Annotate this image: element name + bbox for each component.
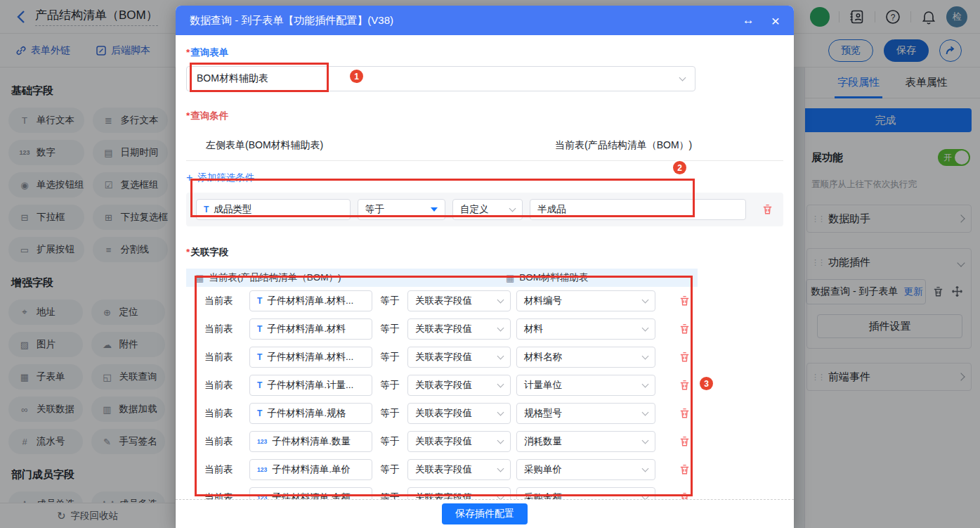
query-form-label: *查询表单 (186, 46, 783, 59)
caret-down-icon (642, 381, 649, 388)
mapping-right-header: BOM材料辅助表 (519, 271, 588, 284)
annotation-badge-3: 3 (700, 377, 713, 390)
add-filter-link[interactable]: + 添加筛选条件 (186, 172, 783, 184)
row-operator: 等于 (379, 351, 400, 363)
close-icon[interactable]: × (771, 13, 780, 28)
condition-headers: 左侧表单(BOM材料辅助表) 当前表(产品结构清单（BOM）) (186, 139, 783, 152)
row-target-select[interactable]: 规格型号 (516, 403, 655, 424)
caret-down-icon (642, 437, 649, 444)
row-source-value: 关联表字段值 (415, 463, 472, 476)
row-field-value: 子件材料清单.数量 (272, 435, 351, 448)
text-field-icon: T (204, 205, 209, 214)
caret-down-icon (497, 465, 504, 472)
caret-down-icon (642, 325, 649, 332)
row-scope-label: 当前表 (204, 435, 242, 448)
delete-row-icon[interactable] (679, 463, 691, 476)
table-grid-icon: ▦ (506, 273, 514, 283)
row-scope-label: 当前表 (204, 323, 242, 335)
add-filter-label: 添加筛选条件 (197, 172, 254, 184)
delete-row-icon[interactable] (679, 295, 691, 307)
condition-field-value: 成品类型 (214, 203, 251, 216)
expand-icon[interactable]: ↔ (743, 13, 754, 27)
condition-value-input[interactable]: 半成品 (530, 199, 746, 220)
delete-condition-icon[interactable] (762, 203, 773, 216)
row-source-select[interactable]: 关联表字段值 (407, 375, 511, 396)
mapping-row: 当前表 T 子件材料清单.材料 等于 关联表字段值 材料 (186, 315, 698, 343)
row-source-select[interactable]: 关联表字段值 (407, 431, 511, 452)
row-field-value: 子件材料清单.规格 (267, 407, 346, 420)
row-field-input[interactable]: T 子件材料清单.规格 (249, 403, 372, 424)
annotation-badge-1: 1 (350, 70, 363, 83)
text-field-icon: T (257, 380, 262, 390)
row-field-value: 子件材料清单.单价 (272, 463, 351, 476)
caret-down-icon (642, 297, 649, 304)
row-target-select[interactable]: 消耗数量 (516, 431, 655, 452)
condition-operator-select[interactable]: 等于 (358, 199, 445, 220)
annotation-badge-2: 2 (673, 161, 686, 174)
row-target-value: 采购单价 (524, 463, 562, 476)
row-target-select[interactable]: 采购金额 (516, 487, 655, 499)
row-field-value: 子件材料清单.材料... (267, 351, 353, 363)
query-condition-label: *查询条件 (186, 110, 783, 122)
row-target-value: 规格型号 (524, 407, 562, 420)
row-target-select[interactable]: 采购单价 (516, 459, 655, 480)
delete-row-icon[interactable] (679, 351, 691, 363)
dialog-footer: 保存插件配置 (176, 499, 794, 528)
row-field-input[interactable]: T 子件材料清单.材料... (249, 290, 372, 311)
row-operator: 等于 (379, 323, 400, 335)
row-source-select[interactable]: 关联表字段值 (407, 487, 511, 499)
table-grid-icon: ▦ (195, 273, 204, 283)
row-scope-label: 当前表 (204, 379, 242, 392)
row-source-select[interactable]: 关联表字段值 (407, 403, 511, 424)
row-target-select[interactable]: 材料名称 (516, 347, 655, 368)
delete-row-icon[interactable] (679, 407, 691, 420)
caret-down-icon (497, 325, 504, 332)
row-scope-label: 当前表 (204, 407, 242, 420)
caret-down-icon (509, 205, 516, 212)
row-field-value: 子件材料清单.材料... (267, 295, 353, 307)
mapping-row: 当前表 T 子件材料清单.材料... 等于 关联表字段值 材料名称 (186, 343, 698, 371)
row-field-value: 子件材料清单.计量... (267, 379, 353, 392)
row-field-value: 子件材料清单.材料 (267, 323, 346, 335)
row-field-input[interactable]: T 子件材料清单.材料... (249, 347, 372, 368)
caret-down-icon (497, 353, 504, 360)
delete-row-icon[interactable] (679, 491, 691, 499)
row-target-select[interactable]: 材料编号 (516, 290, 655, 311)
row-target-select[interactable]: 计量单位 (516, 375, 655, 396)
row-scope-label: 当前表 (204, 295, 242, 307)
operator-value: 等于 (365, 203, 384, 216)
delete-row-icon[interactable] (679, 323, 691, 335)
row-source-select[interactable]: 关联表字段值 (407, 459, 511, 480)
text-field-icon: T (257, 352, 262, 362)
caret-down-icon (642, 353, 649, 360)
delete-row-icon[interactable] (679, 435, 691, 448)
row-field-input[interactable]: 123 子件材料清单.单价 (249, 459, 372, 480)
delete-row-icon[interactable] (679, 379, 691, 392)
condition-field-input[interactable]: T 成品类型 (196, 199, 351, 220)
query-form-select[interactable]: BOM材料辅助表 (186, 66, 695, 91)
row-operator: 等于 (379, 435, 400, 448)
row-field-input[interactable]: 123 子件材料清单.数量 (249, 431, 372, 452)
number-field-icon: 123 (257, 466, 267, 473)
mapping-table: ▦ 当前表(产品结构清单（BOM）) ▦ BOM材料辅助表 当前表 T 子件材料… (186, 269, 698, 499)
caret-down-icon (431, 207, 438, 212)
row-field-input[interactable]: 123 子件材料清单.金额 (249, 487, 372, 499)
row-source-select[interactable]: 关联表字段值 (407, 347, 511, 368)
mapping-row: 当前表 123 子件材料清单.数量 等于 关联表字段值 消耗数量 (186, 427, 698, 456)
plugin-config-dialog: 数据查询 - 到子表单【功能插件配置】(V38) ↔ × *查询表单 BOM材料… (176, 6, 794, 528)
row-target-select[interactable]: 材料 (516, 318, 655, 340)
mapping-fields-label: *关联字段 (186, 246, 783, 259)
mode-value: 自定义 (460, 203, 489, 216)
divider (186, 160, 783, 161)
row-target-value: 消耗数量 (524, 435, 562, 448)
mapping-row: 当前表 T 子件材料清单.计量... 等于 关联表字段值 计量单位 (186, 371, 698, 399)
caret-down-icon (497, 437, 504, 444)
row-field-input[interactable]: T 子件材料清单.材料 (249, 318, 372, 340)
save-plugin-config-button[interactable]: 保存插件配置 (442, 503, 528, 524)
condition-mode-select[interactable]: 自定义 (452, 199, 523, 220)
row-source-select[interactable]: 关联表字段值 (407, 318, 511, 340)
row-scope-label: 当前表 (204, 491, 242, 499)
row-field-input[interactable]: T 子件材料清单.计量... (249, 375, 372, 396)
app-window: 产品结构清单（BOM） ? 检 (0, 0, 980, 528)
row-source-select[interactable]: 关联表字段值 (407, 290, 511, 311)
